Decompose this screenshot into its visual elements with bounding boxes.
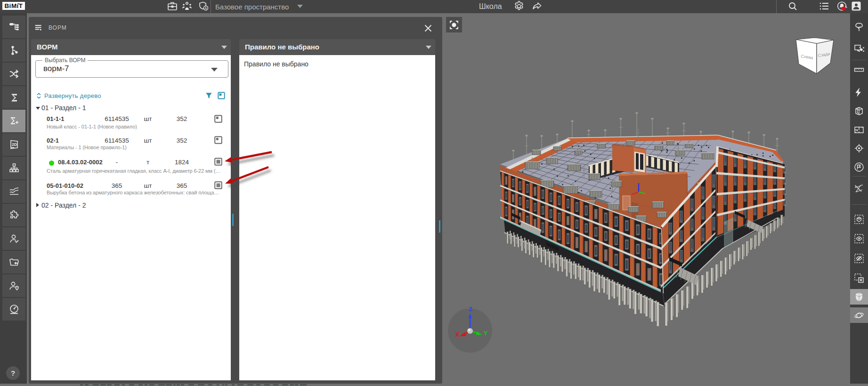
- svg-text:Y: Y: [484, 330, 488, 337]
- svg-text:Z: Z: [469, 306, 472, 313]
- svg-text:2D: 2D: [12, 142, 17, 147]
- svg-text:1: 1: [855, 185, 856, 187]
- svg-text:2: 2: [861, 184, 863, 186]
- svg-text:X: X: [455, 331, 460, 338]
